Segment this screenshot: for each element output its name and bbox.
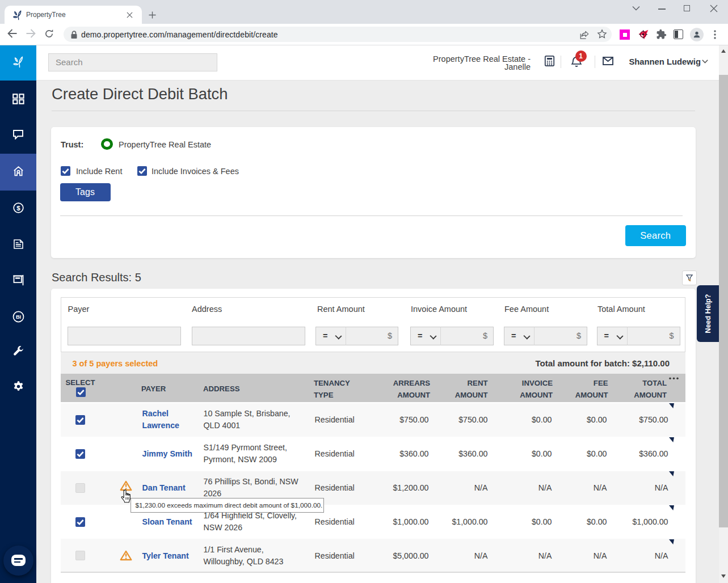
svg-text:BI: BI: [16, 314, 21, 320]
svg-text:$: $: [16, 205, 20, 212]
